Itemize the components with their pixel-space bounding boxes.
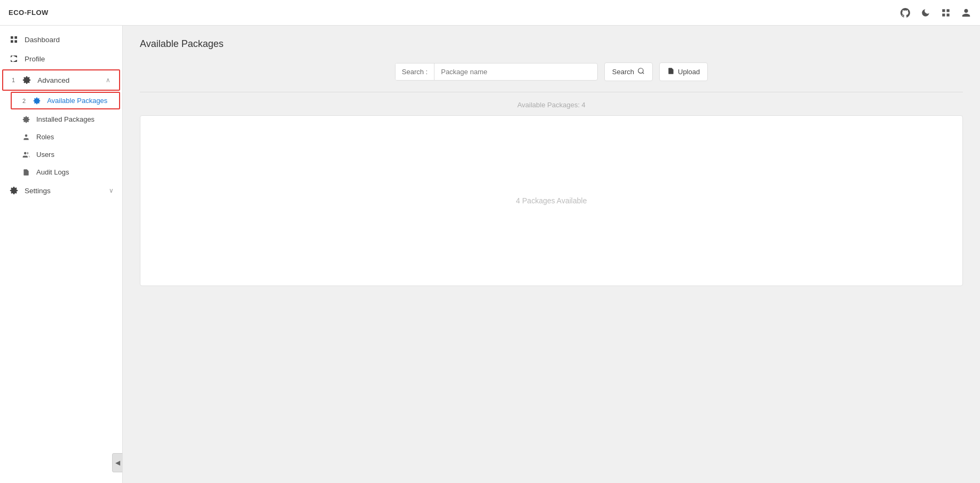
github-icon[interactable] [900, 7, 911, 18]
svg-rect-4 [11, 36, 13, 39]
svg-rect-1 [947, 9, 950, 12]
available-packages-step-badge: 2 [22, 98, 26, 104]
sidebar-item-installed-packages[interactable]: Installed Packages [0, 110, 122, 128]
sidebar-item-profile[interactable]: Profile [0, 49, 122, 68]
sidebar-item-available-packages-label: Available Packages [47, 97, 107, 105]
topbar: ECO-FLOW [0, 0, 980, 26]
search-input-wrapper: Search : [395, 63, 598, 81]
sidebar-item-available-packages[interactable]: 2 Available Packages [11, 92, 120, 109]
sidebar-item-users-label: Users [36, 151, 54, 159]
user-icon[interactable] [961, 7, 971, 18]
content-area: Available Packages Search : Search Uploa… [123, 26, 980, 483]
advanced-icon [21, 76, 32, 84]
sidebar-collapse-button[interactable]: ◀ [112, 453, 123, 472]
dark-mode-icon[interactable] [920, 7, 931, 18]
audit-logs-icon [21, 169, 31, 176]
dashboard-icon [9, 35, 19, 44]
sidebar-item-settings[interactable]: Settings ∨ [0, 181, 122, 200]
sidebar-item-roles[interactable]: Roles [0, 128, 122, 146]
search-button-label: Search [612, 68, 634, 76]
sidebar-collapse-icon: ◀ [115, 459, 120, 466]
svg-point-16 [638, 68, 643, 73]
roles-icon [21, 133, 31, 141]
upload-button-label: Upload [678, 68, 700, 76]
sidebar-item-settings-label: Settings [25, 187, 104, 195]
packages-empty-text: 4 Packages Available [516, 196, 587, 205]
sidebar-item-roles-label: Roles [36, 133, 54, 141]
svg-rect-6 [11, 40, 13, 43]
sidebar-item-audit-logs-label: Audit Logs [36, 168, 69, 176]
upload-button[interactable]: Upload [659, 62, 708, 81]
settings-icon [9, 186, 19, 195]
svg-rect-0 [942, 9, 945, 12]
search-bar-container: Search : Search Upload [140, 62, 963, 81]
svg-rect-5 [14, 36, 17, 39]
sidebar-item-installed-packages-label: Installed Packages [36, 115, 94, 123]
packages-container: 4 Packages Available [140, 115, 963, 286]
svg-point-11 [25, 134, 28, 137]
grid-icon[interactable] [941, 7, 951, 18]
installed-packages-icon [21, 116, 31, 123]
search-button[interactable]: Search [604, 62, 653, 81]
sidebar-item-profile-label: Profile [25, 55, 114, 63]
package-count-label: Available Packages: 4 [140, 101, 963, 109]
sidebar-item-dashboard-label: Dashboard [25, 36, 114, 44]
sidebar-nav: Dashboard Profile 1 Advanced ∧ 2 [0, 26, 122, 483]
svg-rect-2 [942, 13, 945, 16]
sidebar-item-advanced[interactable]: 1 Advanced ∧ [2, 69, 120, 91]
main-layout: Dashboard Profile 1 Advanced ∧ 2 [0, 26, 980, 483]
sidebar-item-audit-logs[interactable]: Audit Logs [0, 163, 122, 181]
settings-chevron-icon: ∨ [109, 187, 114, 194]
page-title: Available Packages [140, 38, 963, 50]
advanced-chevron-icon: ∧ [106, 76, 110, 84]
svg-rect-7 [14, 40, 17, 43]
advanced-step-badge: 1 [12, 77, 15, 83]
topbar-icons [900, 7, 971, 18]
sidebar-item-dashboard[interactable]: Dashboard [0, 30, 122, 49]
brand-label: ECO-FLOW [9, 9, 49, 17]
users-icon [21, 151, 31, 159]
search-button-icon [637, 67, 645, 76]
search-label: Search : [396, 64, 434, 80]
available-packages-icon [32, 97, 42, 105]
content-divider [140, 92, 963, 92]
sidebar-item-users[interactable]: Users [0, 146, 122, 163]
svg-rect-3 [947, 13, 950, 16]
sidebar: Dashboard Profile 1 Advanced ∧ 2 [0, 26, 123, 483]
svg-line-17 [643, 73, 644, 74]
search-input[interactable] [434, 64, 573, 80]
profile-icon [9, 54, 19, 63]
sidebar-item-advanced-label: Advanced [37, 76, 100, 84]
upload-icon [667, 67, 675, 76]
svg-point-12 [24, 152, 27, 154]
